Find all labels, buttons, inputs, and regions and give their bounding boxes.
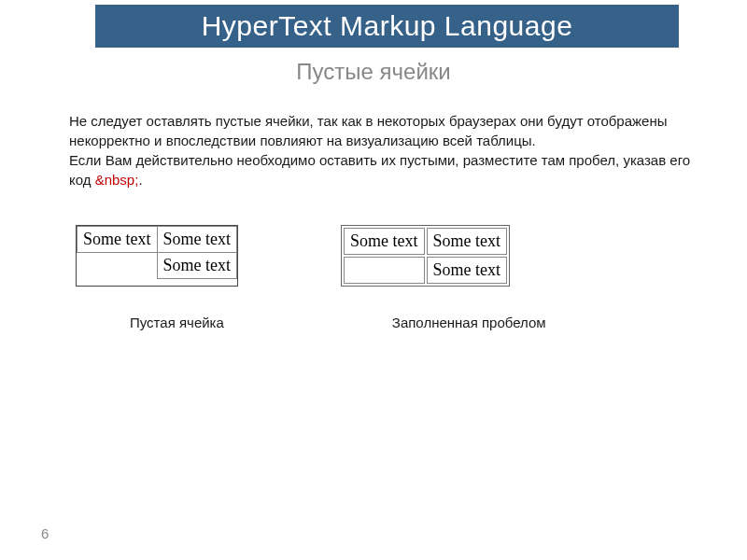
table-empty-cell: Some text Some text Some text — [77, 226, 237, 279]
table-cell: Some text — [157, 227, 237, 253]
table-cell-nbsp — [344, 257, 425, 284]
table-left-wrapper: Some text Some text Some text — [76, 225, 238, 287]
code-nbsp: &nbsp; — [95, 172, 139, 188]
table-cell: Some text — [344, 228, 425, 255]
labels-row: Пустая ячейка Заполненная пробелом — [130, 315, 691, 330]
table-row: Some text — [78, 253, 237, 279]
table-row: Some text Some text — [344, 228, 507, 255]
slide-subtitle: Пустые ячейки — [0, 59, 747, 85]
table-cell-empty — [78, 253, 158, 279]
table-right-wrapper: Some text Some text Some text — [341, 225, 510, 287]
paragraph-2: Если Вам действительно необходимо остави… — [69, 150, 691, 189]
slide-title-bar: HyperText Markup Language — [95, 5, 679, 48]
label-nbsp-cell: Заполненная пробелом — [392, 315, 546, 330]
table-cell: Some text — [427, 257, 508, 284]
table-cell: Some text — [427, 228, 508, 255]
slide-title: HyperText Markup Language — [202, 10, 573, 41]
label-empty-cell: Пустая ячейка — [130, 315, 224, 330]
example-tables-row: Some text Some text Some text Some text … — [76, 225, 691, 287]
table-cell: Some text — [157, 253, 237, 279]
slide-content: Не следует оставлять пустые ячейки, так … — [0, 85, 747, 330]
table-cell: Some text — [78, 227, 158, 253]
page-number: 6 — [41, 525, 49, 541]
paragraph-1: Не следует оставлять пустые ячейки, так … — [69, 111, 691, 150]
table-row: Some text — [344, 257, 507, 284]
table-nbsp-cell: Some text Some text Some text — [342, 226, 509, 286]
paragraph-2-pre: Если Вам действительно необходимо остави… — [69, 152, 690, 188]
paragraph-2-post: . — [138, 172, 142, 188]
table-row: Some text Some text — [78, 227, 237, 253]
